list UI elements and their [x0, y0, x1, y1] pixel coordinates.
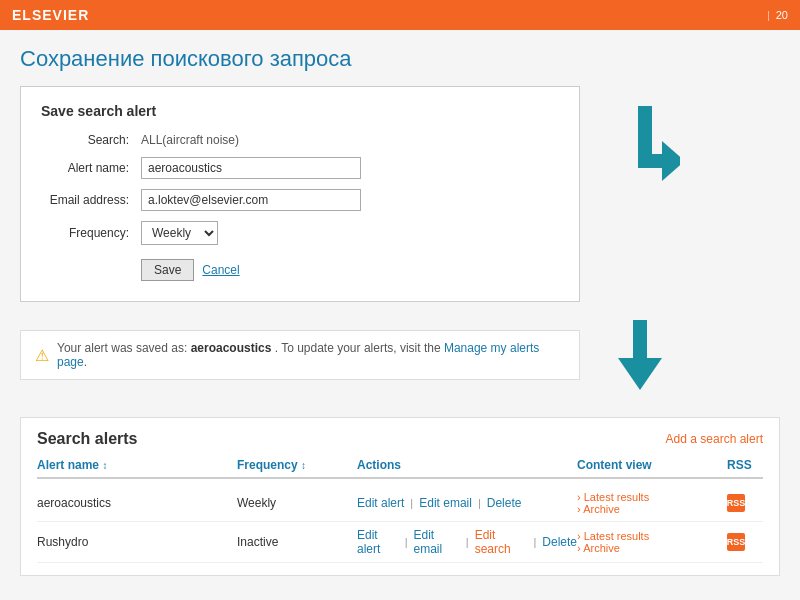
col-rss: RSS [727, 458, 777, 472]
table-row: aeroacoustics Weekly Edit alert | Edit e… [37, 485, 763, 522]
row2-name: Rushydro [37, 535, 237, 549]
row1-rss[interactable]: RSS [727, 494, 777, 512]
page-number: 20 [776, 9, 788, 21]
row1-delete[interactable]: Delete [487, 496, 522, 510]
alert-name-bold: aeroacoustics [191, 341, 272, 355]
row1-edit-alert[interactable]: Edit alert [357, 496, 404, 510]
save-button[interactable]: Save [141, 259, 194, 281]
col-actions: Actions [357, 458, 577, 472]
frequency-select[interactable]: Weekly Daily Monthly [141, 221, 218, 245]
arrow-1 [600, 106, 680, 219]
row2-edit-alert[interactable]: Edit alert [357, 528, 399, 556]
row2-content-view: › Latest results › Archive [577, 530, 727, 554]
notification-text: Your alert was saved as: aeroacoustics .… [57, 341, 565, 369]
save-search-form: Save search alert Search: ALL(aircraft n… [20, 86, 580, 302]
frequency-label: Frequency: [41, 226, 141, 240]
row2-actions: Edit alert | Edit email | Edit search | … [357, 528, 577, 556]
col-frequency[interactable]: Frequency ↕ [237, 458, 357, 472]
form-buttons: Save Cancel [41, 259, 559, 281]
rss-icon[interactable]: RSS [727, 494, 745, 512]
frequency-row: Frequency: Weekly Daily Monthly [41, 221, 559, 245]
table-row: Rushydro Inactive Edit alert | Edit emai… [37, 522, 763, 563]
row2-rss[interactable]: RSS [727, 533, 777, 551]
cancel-button[interactable]: Cancel [202, 259, 239, 281]
elsevier-logo: ELSEVIER [12, 7, 89, 23]
col-alert-name[interactable]: Alert name ↕ [37, 458, 237, 472]
svg-marker-0 [662, 141, 680, 181]
row2-latest-results[interactable]: › Latest results [577, 530, 649, 542]
alert-name-label: Alert name: [41, 161, 141, 175]
email-input[interactable] [141, 189, 361, 211]
row1-name: aeroacoustics [37, 496, 237, 510]
row1-content-view: › Latest results › Archive [577, 491, 727, 515]
row1-edit-email[interactable]: Edit email [419, 496, 472, 510]
main-content: Сохранение поискового запроса Save searc… [0, 30, 800, 600]
row1-latest-results[interactable]: › Latest results [577, 491, 649, 503]
header: ELSEVIER | 20 [0, 0, 800, 30]
header-right: | 20 [767, 9, 788, 21]
search-row: Search: ALL(aircraft noise) [41, 133, 559, 147]
svg-marker-2 [618, 358, 662, 390]
search-label: Search: [41, 133, 141, 147]
search-value: ALL(aircraft noise) [141, 133, 239, 147]
row1-frequency: Weekly [237, 496, 357, 510]
add-alert-link[interactable]: Add a search alert [666, 432, 763, 446]
row2-delete[interactable]: Delete [542, 535, 577, 549]
warning-icon: ⚠ [35, 346, 49, 365]
alert-name-input[interactable] [141, 157, 361, 179]
search-alerts-header: Search alerts Add a search alert [37, 430, 763, 448]
arrow-2 [600, 320, 680, 403]
col-content-view: Content view [577, 458, 727, 472]
search-alerts-title: Search alerts [37, 430, 138, 448]
table-header: Alert name ↕ Frequency ↕ Actions Content… [37, 458, 763, 479]
alert-name-row: Alert name: [41, 157, 559, 179]
row2-edit-search[interactable]: Edit search [475, 528, 528, 556]
rss-icon-2[interactable]: RSS [727, 533, 745, 551]
row2-frequency: Inactive [237, 535, 357, 549]
row1-archive[interactable]: › Archive [577, 503, 620, 515]
row1-actions: Edit alert | Edit email | Delete [357, 496, 577, 510]
email-label: Email address: [41, 193, 141, 207]
page-title: Сохранение поискового запроса [20, 46, 780, 72]
form-title: Save search alert [41, 103, 559, 119]
row2-archive[interactable]: › Archive [577, 542, 620, 554]
row2-edit-email[interactable]: Edit email [414, 528, 460, 556]
search-alerts-section: Search alerts Add a search alert Alert n… [20, 417, 780, 576]
email-row: Email address: [41, 189, 559, 211]
notification-bar: ⚠ Your alert was saved as: aeroacoustics… [20, 330, 580, 380]
